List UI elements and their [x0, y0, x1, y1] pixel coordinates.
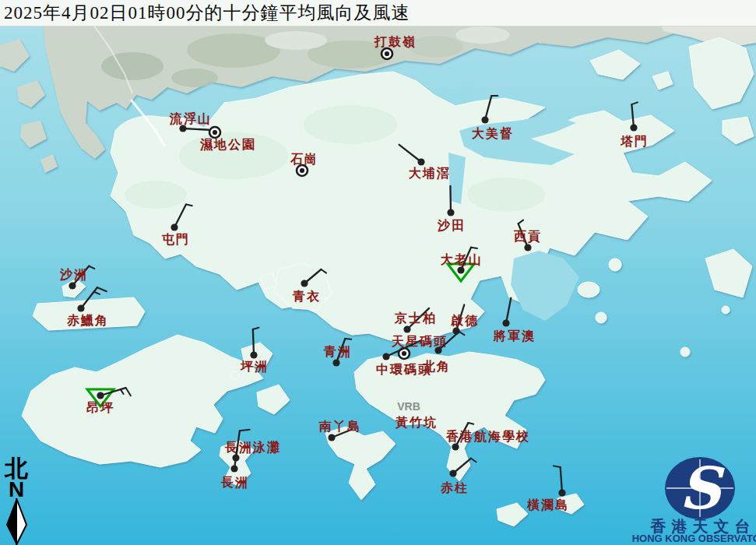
station-dot: [328, 434, 335, 441]
calm-symbol-dot: [300, 168, 304, 173]
station-label: 屯門: [161, 233, 190, 246]
station-label: 青衣: [292, 290, 321, 303]
station-dot: [502, 319, 509, 326]
station-label: 昂坪: [86, 401, 114, 414]
calm-symbol-dot: [402, 351, 406, 356]
station-label: 流浮山: [169, 111, 212, 125]
station-label: 赤鱲角: [66, 314, 109, 327]
station-dot: [179, 125, 186, 132]
station-label: 啟德: [450, 314, 479, 327]
station-dot: [447, 209, 454, 216]
station-dot: [97, 392, 104, 399]
calm-symbol-dot: [385, 51, 389, 56]
station-label: 南丫島: [318, 420, 361, 433]
station-label: 大埔滘: [409, 166, 451, 180]
station-label: 青洲: [323, 345, 352, 358]
station-dot: [481, 116, 488, 123]
station-dot: [77, 304, 84, 311]
station-dot: [230, 465, 237, 472]
station-label: 北角: [422, 360, 451, 373]
station-dot: [171, 223, 178, 230]
station-label: 塔門: [620, 135, 649, 148]
station-label: 濕地公園: [199, 138, 256, 152]
station-dot: [630, 124, 637, 131]
title-bar: 2025年4月02日01時00分的十分鐘平均風向及風速: [0, 0, 756, 26]
station-label: 長洲: [220, 476, 249, 489]
station-dot: [449, 469, 456, 476]
calm-symbol-dot: [213, 130, 217, 135]
station-label: 香港航海學校: [445, 429, 530, 443]
station-dot: [382, 353, 389, 360]
station-dot: [434, 346, 441, 353]
hko-name-en: HONG KONG OBSERVATORY: [632, 533, 756, 544]
wind-map-canvas: 打鼓嶺流浮山濕地公園石崗大美督塔門大埔滘沙田屯門西貢大老山沙洲赤鱲角青衣坪洲昂坪…: [0, 0, 756, 545]
wind-barb-tick: [471, 248, 477, 248]
station-dot: [524, 244, 531, 251]
station-label: 西貢: [513, 230, 542, 244]
wind-barb-tick: [345, 339, 351, 339]
wind-barb-staff: [253, 329, 254, 355]
station-label: 將軍澳: [493, 329, 536, 343]
station-dot: [301, 280, 308, 287]
station-dot: [250, 351, 257, 358]
vrb-label: VRB: [397, 400, 420, 413]
station-dot: [457, 266, 464, 273]
station-label: 沙田: [437, 219, 466, 232]
station-dot: [69, 282, 76, 289]
hko-logo-s-icon: S: [679, 455, 725, 522]
station-label: 打鼓嶺: [374, 35, 417, 48]
station-label: 大老山: [441, 253, 483, 266]
station-dot: [403, 325, 410, 332]
map-title: 2025年4月02日01時00分的十分鐘平均風向及風速: [0, 1, 410, 25]
station-label: 京士柏: [394, 311, 437, 325]
station-label: 坪洲: [240, 360, 269, 373]
compass-letter: N: [9, 477, 24, 501]
wind-barb-staff: [450, 186, 451, 213]
station-label: 大美督: [472, 126, 514, 140]
station-label: 黃竹坑: [395, 416, 438, 429]
station-dot: [558, 489, 565, 496]
station-label: 長洲泳灘: [224, 440, 281, 454]
station-label: 石崗: [290, 153, 318, 166]
station-dot: [417, 158, 424, 165]
station-label: 沙洲: [59, 268, 88, 281]
station-dot: [452, 443, 459, 450]
hk-wind-map: 打鼓嶺流浮山濕地公園石崗大美督塔門大埔滘沙田屯門西貢大老山沙洲赤鱲角青衣坪洲昂坪…: [0, 0, 756, 545]
station-label: 赤柱: [440, 481, 469, 494]
station-label: 橫瀾島: [526, 498, 569, 512]
station-dot: [332, 359, 339, 366]
